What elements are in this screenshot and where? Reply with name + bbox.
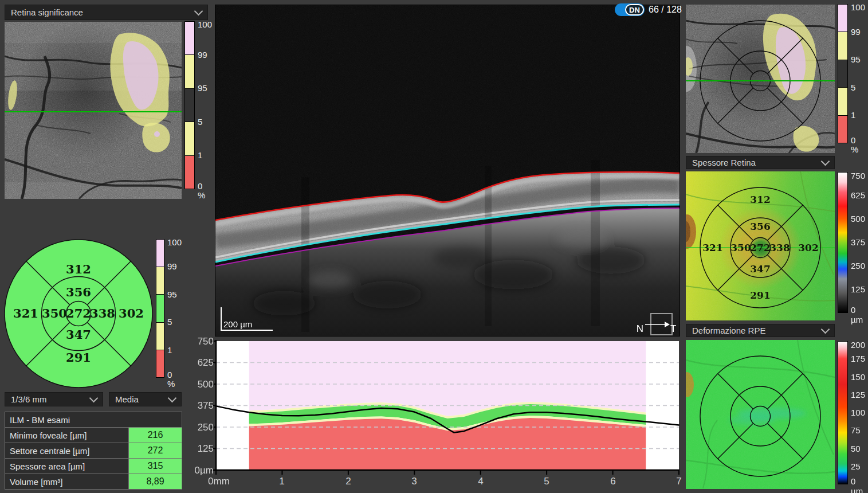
etdrs-significance-grid[interactable]: 272 356 347 350 338 312 291 321 302 — [4, 239, 153, 388]
etdrs-center-value: 272 — [66, 306, 91, 320]
etdrs-outer-right-value: 302 — [119, 306, 144, 320]
rpe-color-scale: 200 175 150 125 100 75 50 25 0 µm — [838, 341, 867, 484]
dn-toggle-knob: DN — [625, 4, 644, 15]
chevron-down-icon — [821, 325, 830, 334]
rpe-map-dropdown[interactable]: Deformazione RPE — [686, 324, 835, 337]
grid-color-scale-bar — [156, 239, 164, 378]
etdrs-inner-bottom-value: 347 — [750, 263, 771, 275]
etdrs-outer-bottom-value: 291 — [66, 350, 91, 365]
table-row: Spessore area [µm] 315 — [5, 459, 182, 474]
etdrs-center-value: 272 — [750, 242, 771, 253]
value-cell: 8,89 — [129, 474, 182, 489]
etdrs-outer-left-value: 321 — [702, 242, 723, 253]
chevron-down-icon — [194, 7, 203, 16]
chevron-down-icon — [168, 394, 177, 403]
rpe-map-dropdown-label: Deformazione RPE — [692, 326, 765, 335]
etdrs-inner-right-value: 338 — [90, 306, 115, 320]
etdrs-outer-right-value: 302 — [798, 242, 819, 253]
measurements-table: ILM - BM esami Minimo foveale [µm] 216 S… — [5, 412, 182, 490]
etdrs-outer-left-value: 321 — [13, 306, 38, 320]
table-header-row: ILM - BM esami — [5, 412, 182, 428]
statistic-dropdown-label: Media — [115, 394, 139, 404]
significance-map-dropdown-label: Retina significance — [11, 7, 83, 17]
temporal-label: T — [670, 323, 676, 334]
grid-color-scale: 100 99 95 5 1 0 % — [156, 239, 184, 378]
significance-color-scale: 100 99 95 5 1 0 % — [184, 21, 218, 189]
chevron-down-icon — [89, 394, 99, 403]
scan-counter: 66 / 128 — [649, 5, 682, 15]
etdrs-inner-left-value: 350 — [42, 306, 67, 320]
oct-review-app: Retina significance 100 99 95 5 1 0 % — [0, 0, 868, 493]
scan-header: DN 66 / 128 — [615, 3, 682, 16]
etdrs-inner-top-value: 356 — [66, 285, 91, 299]
etdrs-outer-top-value: 312 — [66, 262, 91, 276]
thickness-profile-plot — [189, 338, 682, 493]
chevron-down-icon — [821, 157, 830, 166]
value-cell: 315 — [129, 459, 182, 474]
etdrs-inner-bottom-value: 347 — [66, 327, 91, 342]
thickness-map-dropdown[interactable]: Spessore Retina — [686, 156, 835, 169]
grid-size-dropdown-label: 1/3/6 mm — [11, 394, 47, 404]
overview-color-scale: 100 99 95 5 1 0 % — [838, 4, 867, 143]
nasal-label: N — [637, 323, 643, 334]
table-row: Volume [mm³] 8,89 — [5, 474, 182, 489]
dn-toggle-badge[interactable]: DN — [615, 3, 645, 16]
significance-fundus-image[interactable] — [5, 22, 182, 199]
table-header: ILM - BM esami — [5, 412, 182, 427]
thickness-profile-chart: 750 625 500 375 250 125 0µm 0mm 1 2 3 4 … — [189, 338, 682, 493]
thickness-color-scale-bar — [838, 172, 848, 313]
etdrs-outer-bottom-value: 291 — [750, 289, 771, 301]
etdrs-inner-right-value: 338 — [769, 242, 790, 253]
etdrs-outer-top-value: 312 — [750, 194, 771, 205]
thickness-map-dropdown-label: Spessore Retina — [692, 158, 756, 167]
oct-bscan-viewer[interactable]: 200 µm N T — [215, 5, 680, 337]
thickness-color-scale: 750 625 500 375 250 125 0 µm — [838, 172, 867, 313]
etdrs-inner-top-value: 356 — [750, 221, 771, 232]
scale-bar-label: 200 µm — [223, 319, 252, 329]
value-cell: 216 — [129, 428, 182, 443]
significance-map-dropdown[interactable]: Retina significance — [5, 5, 208, 20]
etdrs-inner-left-value: 350 — [730, 242, 751, 253]
table-row: Minimo foveale [µm] 216 — [5, 428, 182, 443]
table-row: Settore centrale [µm] 272 — [5, 443, 182, 459]
rpe-deformation-map[interactable] — [686, 340, 835, 489]
thickness-heatmap[interactable]: 272 356 347 350 338 312 291 321 302 — [686, 171, 835, 320]
rpe-color-scale-bar — [838, 341, 848, 484]
statistic-dropdown[interactable]: Media — [109, 392, 182, 406]
overview-color-scale-bar — [838, 4, 848, 143]
grid-size-dropdown[interactable]: 1/3/6 mm — [5, 392, 103, 406]
overview-fundus-image[interactable] — [686, 5, 835, 153]
value-cell: 272 — [129, 443, 182, 458]
significance-color-scale-bar — [184, 21, 195, 189]
